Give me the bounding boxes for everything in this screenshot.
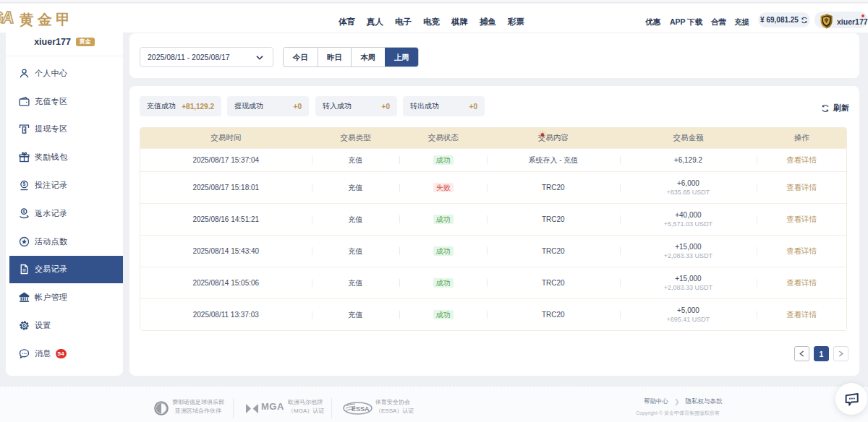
svg-text:$: $ [22, 210, 25, 214]
svg-text:ESSA: ESSA [352, 405, 370, 413]
svg-text:$: $ [23, 181, 26, 187]
